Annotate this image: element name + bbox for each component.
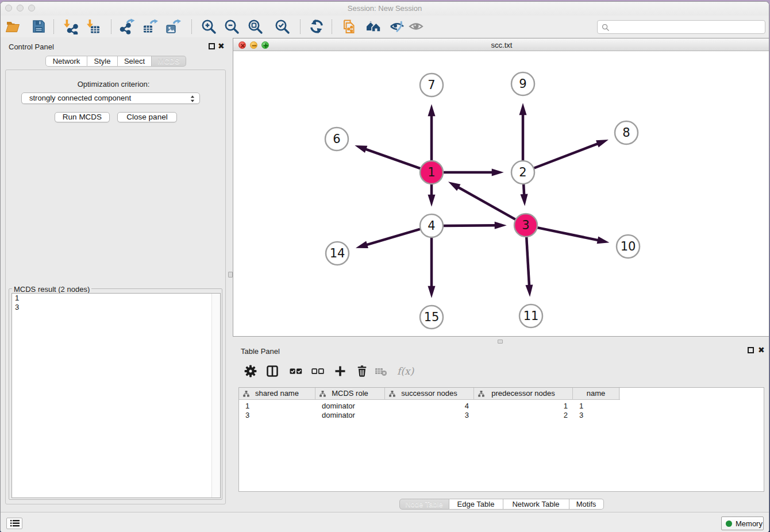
hide-detail-icon[interactable] [389, 18, 405, 34]
column-header-shared-name[interactable]: shared name [239, 388, 315, 400]
control-tab-network[interactable]: Network [45, 56, 87, 67]
result-scrollbar[interactable] [211, 294, 220, 498]
function-builder-icon[interactable]: f(x) [396, 364, 415, 378]
status-bar: Memory [1, 512, 769, 532]
node-14[interactable]: 14 [326, 242, 349, 265]
table-tab-edge-table[interactable]: Edge Table [449, 499, 503, 510]
edge-1-4[interactable] [428, 184, 436, 207]
edge-2-9[interactable] [519, 103, 527, 161]
table-row: 1dominator411 [239, 402, 619, 411]
table-cell[interactable]: dominator [315, 411, 385, 420]
table-cell[interactable]: 1 [573, 402, 619, 411]
copy-network-icon[interactable] [340, 18, 356, 34]
column-header-predecessor-nodes[interactable]: predecessor nodes [474, 388, 573, 400]
mcds-result-item[interactable]: 3 [12, 303, 220, 312]
node-11[interactable]: 11 [519, 304, 542, 327]
node-2[interactable]: 2 [511, 161, 534, 184]
node-10[interactable]: 10 [617, 235, 640, 258]
edge-2-8[interactable] [534, 140, 609, 168]
edge-4-15[interactable] [428, 237, 436, 298]
export-image-icon[interactable] [165, 18, 181, 34]
node-3[interactable]: 3 [514, 214, 537, 237]
search-input[interactable] [613, 21, 762, 33]
vertical-splitter-grip[interactable] [228, 272, 233, 277]
table-header: shared nameMCDS rolesuccessor nodesprede… [239, 388, 620, 400]
svg-text:4: 4 [428, 219, 435, 233]
node-8[interactable]: 8 [615, 121, 638, 144]
import-table-icon[interactable] [85, 18, 101, 34]
edge-1-2[interactable] [443, 169, 504, 176]
open-session-icon[interactable] [5, 18, 21, 34]
edge-4-14[interactable] [356, 229, 421, 248]
status-list-button[interactable] [6, 518, 22, 529]
select-chevrons-icon [190, 94, 195, 104]
run-mcds-button[interactable]: Run MCDS [55, 112, 110, 122]
horizontal-splitter-grip[interactable] [498, 340, 503, 344]
edge-4-3[interactable] [443, 222, 507, 229]
edge-3-10[interactable] [537, 228, 610, 244]
refresh-icon[interactable] [309, 18, 325, 34]
columns-icon[interactable] [265, 364, 279, 378]
criterion-select[interactable]: strongly connected component [21, 92, 200, 104]
export-network-icon[interactable] [119, 18, 135, 34]
node-6[interactable]: 6 [325, 128, 348, 151]
node-7[interactable]: 7 [420, 74, 443, 97]
mcds-result-item[interactable]: 1 [12, 294, 220, 303]
table-cell[interactable]: 3 [385, 411, 474, 420]
svg-text:f(x): f(x) [397, 365, 415, 377]
select-all-icon[interactable] [289, 364, 303, 378]
table-panel-float-button[interactable] [748, 347, 754, 353]
save-session-icon[interactable] [30, 18, 47, 34]
table-tab-motifs[interactable]: Motifs [569, 499, 604, 510]
gear-icon[interactable] [244, 364, 257, 378]
edge-3-1[interactable] [448, 182, 515, 219]
edge-1-7[interactable] [428, 104, 436, 161]
table-cell[interactable]: dominator [315, 402, 385, 411]
control-tab-select[interactable]: Select [118, 56, 152, 67]
show-detail-icon[interactable] [408, 18, 424, 34]
zoom-fit-icon[interactable] [247, 18, 263, 34]
mcds-result-list[interactable]: 13 [11, 293, 221, 498]
table-cell[interactable]: 3 [239, 411, 315, 420]
deselect-all-icon[interactable] [311, 364, 325, 378]
network-canvas[interactable]: 7968124314101511 [233, 51, 769, 336]
delete-column-icon[interactable] [355, 364, 369, 378]
close-panel-button[interactable]: Close panel [117, 112, 177, 122]
node-table: shared nameMCDS rolesuccessor nodesprede… [238, 387, 764, 492]
control-tab-mcds[interactable]: MCDS [152, 56, 186, 67]
table-cell[interactable]: 1 [239, 402, 315, 411]
window-title: Session: New Session [1, 4, 769, 13]
table-panel-close-button[interactable]: ✖ [758, 346, 765, 354]
edge-3-11[interactable] [525, 237, 533, 297]
table-cell[interactable]: 2 [474, 411, 573, 420]
table-cell[interactable]: 1 [474, 402, 573, 411]
zoom-selected-icon[interactable] [274, 18, 290, 34]
home-icon[interactable] [365, 18, 382, 34]
control-tab-style[interactable]: Style [87, 56, 118, 67]
zoom-out-icon[interactable] [224, 18, 240, 34]
table-cell[interactable]: 4 [385, 402, 474, 411]
node-15[interactable]: 15 [420, 306, 443, 329]
column-header-MCDS-role[interactable]: MCDS role [315, 388, 385, 400]
toolbar-separator [111, 20, 111, 34]
node-1[interactable]: 1 [420, 161, 443, 184]
column-header-name[interactable]: name [573, 388, 619, 400]
memory-button[interactable]: Memory [721, 516, 764, 530]
table-tab-network-table[interactable]: Network Table [503, 499, 569, 510]
control-panel-float-button[interactable] [209, 43, 215, 49]
control-panel-close-button[interactable]: ✖ [218, 43, 225, 50]
column-header-successor-nodes[interactable]: successor nodes [385, 388, 474, 400]
delete-table-icon[interactable] [374, 364, 388, 378]
node-4[interactable]: 4 [420, 214, 443, 237]
add-column-icon[interactable] [333, 364, 347, 378]
edge-2-3[interactable] [521, 184, 528, 206]
edge-1-6[interactable] [355, 145, 421, 168]
import-network-icon[interactable] [62, 18, 78, 34]
zoom-in-icon[interactable] [201, 18, 217, 34]
table-cell[interactable]: 3 [573, 411, 619, 420]
network-graph: 7968124314101511 [233, 51, 769, 336]
table-tab-node-table[interactable]: Node Table [399, 499, 449, 510]
svg-text:6: 6 [333, 132, 340, 146]
export-table-icon[interactable] [142, 18, 158, 34]
node-9[interactable]: 9 [511, 72, 534, 95]
